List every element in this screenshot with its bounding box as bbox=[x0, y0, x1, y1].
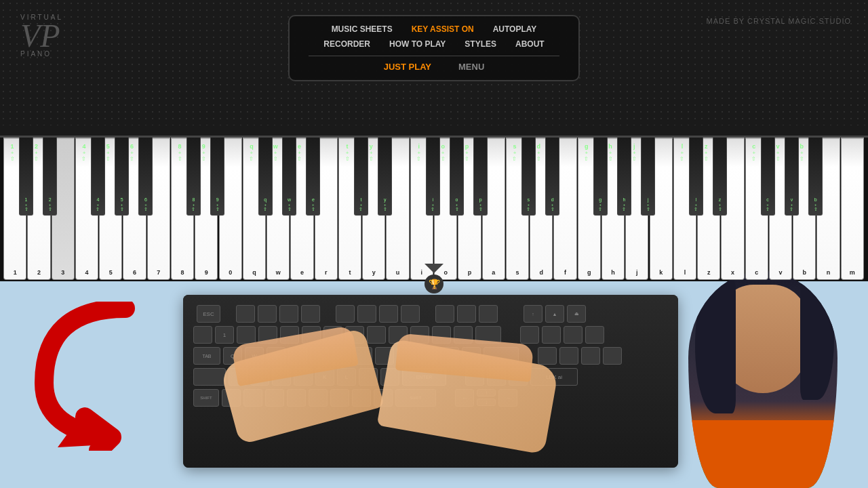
nav-key-assist[interactable]: KEY ASSIST ON bbox=[412, 24, 474, 34]
kb-bottom-row: SHIFT SHIFT ← ↑ ↓ → bbox=[193, 389, 668, 407]
black-key-label-d: d bbox=[551, 197, 554, 203]
kb-num-row: 1 bbox=[193, 326, 668, 344]
black-key-label-l: l bbox=[696, 197, 697, 203]
nav-styles[interactable]: STYLES bbox=[465, 39, 496, 49]
trophy-connector: 🏆 bbox=[425, 264, 443, 293]
white-key-label-k: k bbox=[659, 269, 663, 276]
black-key-label-4: 4 bbox=[96, 197, 99, 203]
white-key-label-4: 4 bbox=[85, 269, 88, 276]
black-key-o[interactable]: o+⇧ bbox=[450, 138, 464, 216]
white-key-label-o: o bbox=[443, 269, 448, 276]
piano-keyboard: 1234567890qwertyuiopasdfghjklzxcvbnm1+⇧2… bbox=[0, 136, 868, 281]
black-key-4[interactable]: 4+⇧ bbox=[91, 138, 105, 216]
white-key-label-b: b bbox=[803, 269, 807, 276]
nav-recorder[interactable]: RECORDER bbox=[323, 39, 370, 49]
black-key-label-y: y bbox=[384, 197, 387, 203]
kb-home-row: K L ENTER LDK ai bbox=[193, 368, 668, 386]
white-key-label-f: f bbox=[564, 269, 566, 276]
black-key-8[interactable]: 8+⇧ bbox=[186, 138, 201, 216]
black-key-d[interactable]: d+⇧ bbox=[545, 138, 559, 216]
white-key-label-j: j bbox=[636, 269, 638, 276]
nav-how-to-play[interactable]: HOW TO PLAY bbox=[389, 39, 446, 49]
white-key-label-0: 0 bbox=[229, 269, 232, 276]
black-key-i[interactable]: i+⇧ bbox=[426, 138, 440, 216]
black-key-l[interactable]: l+⇧ bbox=[689, 138, 703, 216]
black-key-label-5: 5 bbox=[121, 197, 123, 203]
black-key-label-t: t bbox=[360, 197, 361, 203]
black-key-6[interactable]: 6+⇧ bbox=[138, 138, 153, 216]
white-key-m[interactable]: m bbox=[841, 138, 864, 280]
black-key-t[interactable]: t+⇧ bbox=[354, 138, 368, 216]
trophy-icon: 🏆 bbox=[425, 274, 443, 293]
black-key-v[interactable]: v+⇧ bbox=[785, 138, 799, 216]
white-key-label-u: u bbox=[396, 269, 400, 276]
white-key-label-z: z bbox=[707, 269, 711, 276]
white-key-label-i: i bbox=[421, 269, 423, 276]
black-key-label-v: v bbox=[791, 197, 793, 203]
piano-keys-container: 1234567890qwertyuiopasdfghjklzxcvbnm1+⇧2… bbox=[3, 138, 865, 280]
white-key-label-9: 9 bbox=[205, 269, 208, 276]
white-key-label-r: r bbox=[325, 269, 328, 276]
white-key-label-e: e bbox=[300, 269, 304, 276]
piano-section: MADE BY CRYSTAL MAGIC STUDIO VIRTUAL VP … bbox=[0, 0, 868, 281]
nav-menu[interactable]: MENU bbox=[458, 62, 484, 72]
black-key-label-p: p bbox=[479, 197, 482, 203]
black-key-label-b: b bbox=[814, 197, 817, 203]
black-key-h[interactable]: h+⇧ bbox=[617, 138, 631, 216]
black-key-w[interactable]: w+⇧ bbox=[282, 138, 296, 216]
nav-music-sheets[interactable]: MUSIC SHEETS bbox=[332, 24, 393, 34]
kb-qwerty-row: TAB Q W E T Y bbox=[193, 347, 668, 365]
white-key-label-d: d bbox=[539, 269, 543, 276]
black-key-label-q: q bbox=[264, 197, 267, 203]
nav-panel: MUSIC SHEETS KEY ASSIST ON AUTOPLAY RECO… bbox=[288, 15, 580, 81]
black-key-label-w: w bbox=[288, 197, 291, 203]
white-key-label-w: w bbox=[276, 269, 281, 276]
person-image bbox=[675, 271, 858, 488]
white-key-label-h: h bbox=[611, 269, 615, 276]
black-key-p[interactable]: p+⇧ bbox=[473, 138, 488, 216]
white-key-label-c: c bbox=[755, 269, 758, 276]
logo-vp: VP bbox=[20, 21, 63, 50]
white-key-label-l: l bbox=[684, 269, 686, 276]
black-key-g[interactable]: g+⇧ bbox=[593, 138, 608, 216]
bottom-section: ESC ↑ ▲ ⏏ bbox=[0, 281, 868, 488]
black-key-b[interactable]: b+⇧ bbox=[808, 138, 823, 216]
white-key-label-6: 6 bbox=[133, 269, 136, 276]
arrow-down-icon bbox=[425, 264, 443, 273]
white-key-label-g: g bbox=[587, 269, 591, 276]
white-key-label-5: 5 bbox=[109, 269, 113, 276]
black-key-9[interactable]: 9+⇧ bbox=[210, 138, 224, 216]
black-key-c[interactable]: c+⇧ bbox=[761, 138, 775, 216]
black-key-label-2: 2 bbox=[49, 197, 52, 203]
nav-about[interactable]: ABOUT bbox=[515, 39, 545, 49]
black-key-label-9: 9 bbox=[216, 197, 219, 203]
black-key-5[interactable]: 5+⇧ bbox=[115, 138, 129, 216]
nav-just-play[interactable]: JUST PLAY bbox=[384, 62, 431, 72]
white-key-label-1: 1 bbox=[14, 269, 17, 276]
white-key-label-y: y bbox=[372, 269, 376, 276]
white-key-label-v: v bbox=[779, 269, 783, 276]
black-key-label-i: i bbox=[432, 197, 433, 203]
black-key-q[interactable]: q+⇧ bbox=[258, 138, 273, 216]
white-key-label-n: n bbox=[827, 269, 831, 276]
black-key-label-e: e bbox=[312, 197, 315, 203]
black-key-label-8: 8 bbox=[193, 197, 195, 203]
red-arrow-icon bbox=[17, 302, 153, 451]
black-key-s[interactable]: s+⇧ bbox=[521, 138, 536, 216]
white-key-label-2: 2 bbox=[37, 269, 41, 276]
black-key-2[interactable]: 2+⇧ bbox=[43, 138, 57, 216]
white-key-label-3: 3 bbox=[61, 269, 64, 276]
nav-autoplay[interactable]: AUTOPLAY bbox=[493, 24, 537, 34]
black-key-z[interactable]: z+⇧ bbox=[713, 138, 727, 216]
black-key-label-1: 1 bbox=[25, 197, 28, 203]
watermark-text: MADE BY CRYSTAL MAGIC STUDIO bbox=[707, 17, 851, 25]
black-key-1[interactable]: 1+⇧ bbox=[19, 138, 33, 216]
white-key-label-p: p bbox=[468, 269, 472, 276]
black-key-label-c: c bbox=[766, 197, 769, 203]
white-key-label-8: 8 bbox=[181, 269, 184, 276]
nav-row-2: RECORDER HOW TO PLAY STYLES ABOUT bbox=[309, 39, 559, 49]
black-key-y[interactable]: y+⇧ bbox=[378, 138, 392, 216]
black-key-e[interactable]: e+⇧ bbox=[306, 138, 320, 216]
black-key-j[interactable]: j+⇧ bbox=[641, 138, 655, 216]
white-key-label-t: t bbox=[349, 269, 351, 276]
